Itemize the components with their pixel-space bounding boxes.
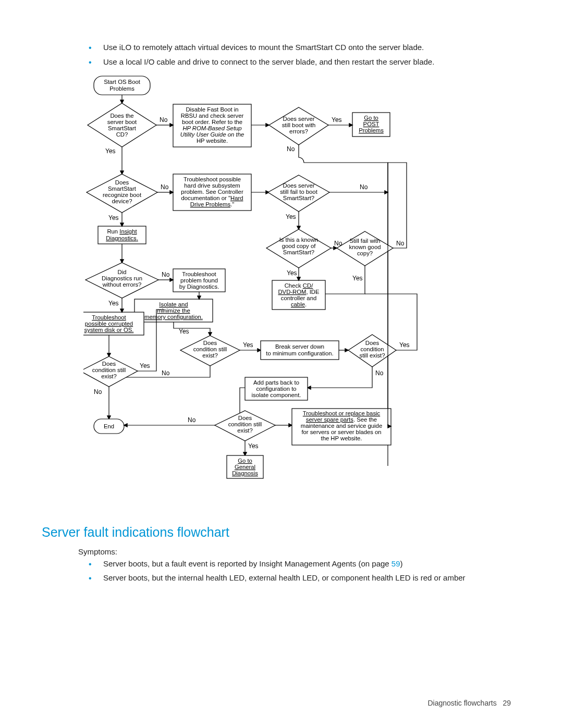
flowchart: Start OS Boot Problems Does the server b… <box>83 75 511 509</box>
svg-text:Yes: Yes <box>352 275 363 282</box>
svg-text:hard drive subsystem: hard drive subsystem <box>184 182 240 189</box>
svg-text:No: No <box>287 145 295 153</box>
svg-text:No: No <box>188 416 196 424</box>
symptoms-label: Symptoms: <box>78 547 511 556</box>
svg-text:POST: POST <box>363 121 380 127</box>
svg-text:cable.: cable. <box>291 301 307 307</box>
decision-still-fail-ss: Does server <box>283 182 315 189</box>
decision-known-copy: Is this a known <box>279 237 319 243</box>
link-general-diagnosis[interactable]: Go to <box>238 458 252 464</box>
svg-text:Diagnosis: Diagnosis <box>232 470 258 476</box>
link-post-problems[interactable]: Go to <box>364 115 378 121</box>
svg-text:exist?: exist? <box>101 373 117 379</box>
svg-text:CD?: CD? <box>116 131 128 138</box>
section-heading: Server fault indications flowchart <box>42 525 511 540</box>
svg-text:by Diagnostics.: by Diagnostics. <box>179 283 219 290</box>
svg-text:device?: device? <box>112 198 132 204</box>
svg-text:still exist?: still exist? <box>360 352 385 359</box>
svg-text:SmartStart?: SmartStart? <box>283 195 314 201</box>
decision-cond-1: Does <box>203 340 217 346</box>
process-ts-os: Troubleshoot <box>92 314 126 320</box>
svg-text:server boot: server boot <box>107 119 137 125</box>
svg-text:minimize the: minimize the <box>157 307 190 314</box>
svg-text:system disk or OS.: system disk or OS. <box>84 327 134 333</box>
decision-diag-ok: Did <box>118 269 127 275</box>
decision-cond-final: Does <box>238 415 252 421</box>
svg-text:errors?: errors? <box>289 128 308 134</box>
svg-text:to minimum configuration.: to minimum configuration. <box>266 350 333 356</box>
list-item: Use iLO to remotely attach virtual devic… <box>89 42 511 53</box>
svg-text:server spare parts. See the: server spare parts. See the <box>306 416 377 423</box>
svg-text:HP ROM-Based Setup: HP ROM-Based Setup <box>182 125 241 131</box>
process-check-cd: Check CD/ <box>285 282 313 289</box>
svg-text:Problems: Problems <box>109 85 134 92</box>
svg-text:exist?: exist? <box>202 352 218 359</box>
decision-cond-right: Does <box>365 340 380 346</box>
svg-text:Yes: Yes <box>243 341 253 349</box>
list-item: Server boots, but the internal health LE… <box>89 572 511 584</box>
process-add-parts: Add parts back to <box>253 379 299 386</box>
svg-text:Diagnostics.: Diagnostics. <box>106 235 138 241</box>
process-hdd: Troubleshoot possible <box>183 176 241 182</box>
svg-text:Yes: Yes <box>287 269 297 277</box>
svg-text:still boot with: still boot with <box>282 122 316 128</box>
symptoms-list: Server boots, but a fault event is repor… <box>68 558 511 584</box>
decision-still-fail-good: Still fail with <box>349 238 380 244</box>
svg-text:SmartStart: SmartStart <box>108 186 137 192</box>
svg-text:copy?: copy? <box>357 250 373 256</box>
page-footer: Diagnostic flowcharts 29 <box>427 699 511 707</box>
svg-text:boot order. Refer to the: boot order. Refer to the <box>182 119 242 125</box>
svg-text:condition: condition <box>360 346 384 352</box>
svg-text:memory configuration.: memory configuration. <box>144 314 203 320</box>
decision-recognize: Does <box>115 179 129 186</box>
svg-text:Yes: Yes <box>105 147 116 155</box>
svg-text:Problems: Problems <box>359 127 384 133</box>
svg-text:without errors?: without errors? <box>102 281 142 288</box>
svg-text:Yes: Yes <box>248 442 259 450</box>
svg-text:condition still: condition still <box>92 367 126 373</box>
svg-text:Yes: Yes <box>332 116 342 124</box>
svg-text:No: No <box>160 116 168 124</box>
decision-cond-left: Does <box>102 361 116 367</box>
svg-text:Drive Problems.": Drive Problems." <box>190 201 234 207</box>
svg-text:No: No <box>162 369 170 377</box>
process-rbsu: Disable Fast Boot in <box>186 106 238 113</box>
svg-text:recognize boot: recognize boot <box>103 192 142 198</box>
svg-text:the HP website.: the HP website. <box>321 435 362 441</box>
list-item: Server boots, but a fault event is repor… <box>89 558 511 570</box>
svg-text:Yes: Yes <box>140 362 150 369</box>
svg-text:No: No <box>360 183 368 191</box>
process-run-diag: Run Insight <box>107 228 137 235</box>
svg-text:configuration to: configuration to <box>256 386 296 392</box>
svg-text:possible corrupted: possible corrupted <box>85 320 133 327</box>
page-link[interactable]: 59 <box>391 559 400 568</box>
start-node: Start OS Boot <box>104 79 141 85</box>
svg-text:Yes: Yes <box>399 341 410 349</box>
svg-text:controller and: controller and <box>281 295 316 301</box>
list-item: Use a local I/O cable and drive to conne… <box>89 56 511 68</box>
svg-text:for servers or server blades o: for servers or server blades on <box>301 429 381 435</box>
svg-text:still fail to boot: still fail to boot <box>280 189 317 195</box>
svg-text:problem. See Controller: problem. See Controller <box>181 189 243 195</box>
svg-text:exist?: exist? <box>237 427 253 434</box>
svg-text:HP website.: HP website. <box>197 138 228 144</box>
svg-text:Utility User Guide on the: Utility User Guide on the <box>180 131 244 138</box>
svg-text:condition still: condition still <box>228 421 262 427</box>
svg-text:No: No <box>94 388 102 396</box>
svg-text:RBSU and check server: RBSU and check server <box>181 113 244 119</box>
svg-text:documentation or "Hard: documentation or "Hard <box>181 195 243 201</box>
end-node: End <box>104 423 114 429</box>
svg-text:No: No <box>396 240 405 247</box>
svg-text:Yes: Yes <box>179 328 189 335</box>
process-break-min: Break server down <box>275 343 324 350</box>
process-isolate-mem: Isolate and <box>159 301 188 307</box>
svg-text:DVD-ROM, IDE: DVD-ROM, IDE <box>278 289 320 295</box>
svg-text:Diagnostics run: Diagnostics run <box>102 275 142 281</box>
svg-text:known good: known good <box>349 244 381 250</box>
svg-text:General: General <box>235 464 255 470</box>
svg-text:maintenance and service guide: maintenance and service guide <box>301 423 382 429</box>
svg-text:No: No <box>161 183 169 191</box>
svg-text:No: No <box>375 369 384 377</box>
decision-boot-cd: Does the <box>110 113 133 119</box>
svg-text:SmartStart: SmartStart <box>108 125 137 131</box>
